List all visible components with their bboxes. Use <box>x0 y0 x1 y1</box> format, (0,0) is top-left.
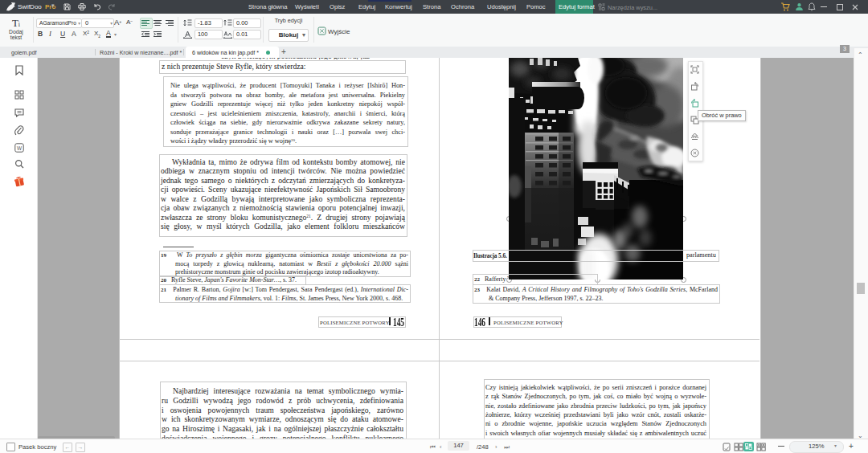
svg-text:W: W <box>17 145 23 151</box>
